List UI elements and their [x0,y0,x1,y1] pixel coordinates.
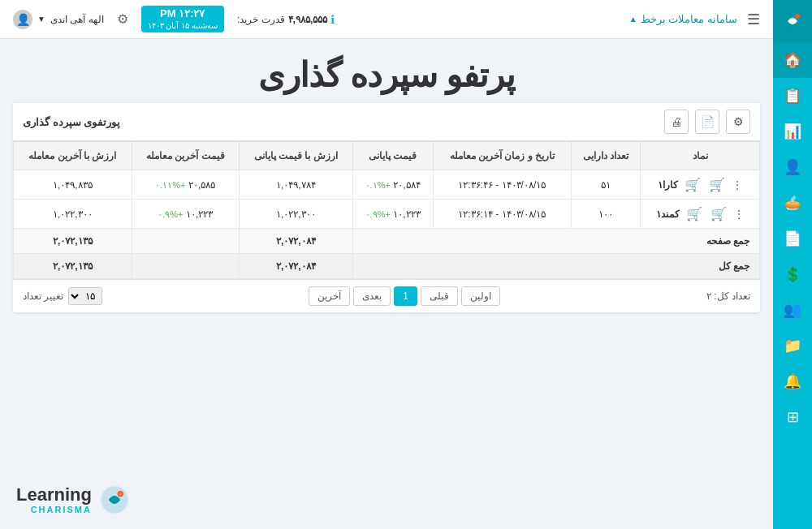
last-page-btn[interactable]: آخرین [309,286,350,306]
cell-final-price: ۱۰,۲۲۳ +۰.۹% [352,200,433,229]
main-content: ☰ سامانه معاملات برخط ▲ ℹ ۴,۹۸۵,۵۵۵ قدرت… [0,0,773,529]
col-final-price: قیمت پایانی [352,142,433,170]
prev-page-btn[interactable]: قبلی [421,286,458,306]
sidebar-bell-icon[interactable]: 🔔 [773,363,812,399]
cell-datetime: ۱۴۰۳/۰۸/۱۵ - ۱۲:۳۶:۴۶ [433,170,571,200]
final-change: +۰.۹% [365,209,391,219]
datetime-box: PM ۱۲:۲۷ سه‌شنبه ۱۵ آبان ۱۴۰۳ [141,6,224,33]
cart-sell-icon[interactable]: 🛒 [709,177,725,192]
credit-info: ℹ ۴,۹۸۵,۵۵۵ قدرت خرید: [237,13,335,26]
grand-total-last-price [132,254,239,279]
next-page-btn[interactable]: بعدی [353,286,391,306]
page-total-last: ۲,۰۷۲,۱۳۵ [14,229,132,254]
sidebar-chart-icon[interactable]: 📊 [773,114,812,149]
sidebar-logo [773,0,812,42]
cart-sell-icon[interactable]: 🛒 [710,206,727,221]
grand-total-final: ۲,۰۷۲,۰۸۴ [239,254,352,279]
sidebar-folder-icon[interactable]: 📁 [773,328,812,363]
first-page-btn[interactable]: اولین [461,286,500,306]
cell-count: ۱۰۰ [571,200,640,229]
per-page-label: تغییر تعداد [23,290,63,302]
print-btn[interactable]: 🖨 [664,110,689,134]
last-change: +۰.۹% [158,209,183,219]
cell-last-price: ۱۰,۲۲۳ +۰.۹% [132,200,239,229]
bottom-brand: Learning CHARISMA [16,484,131,516]
svg-point-1 [795,14,800,19]
per-page-selector: ۱۵ ۳۰ ۵۰ تغییر تعداد [23,287,102,305]
col-last-price: قیمت آخرین معامله [132,142,239,170]
pagination-area: تعداد کل: ۲ اولین قبلی 1 بعدی آخرین ۱۵ ۳… [13,279,760,312]
content-area: ⚙ 📄 🖨 پورتفوی سپرده گذاری نماد تعداد دار… [13,103,760,312]
datetime-inner: PM ۱۲:۲۷ سه‌شنبه ۱۵ آبان ۱۴۰۳ [148,7,218,32]
per-page-select[interactable]: ۱۵ ۳۰ ۵۰ [68,287,102,305]
export-btn[interactable]: 📄 [695,110,719,134]
chevron-icon: ▲ [629,15,637,24]
page-total-last-price [132,229,239,254]
brand-text: Learning CHARISMA [16,485,92,514]
brand-charisma: CHARISMA [16,505,92,514]
stock-name: کارا۱ [658,179,678,191]
page-1-btn[interactable]: 1 [394,286,417,306]
grand-total-row: جمع کل ۲,۰۷۲,۰۸۴ ۲,۰۷۲,۱۳۵ [14,254,760,279]
table-row: ⋮ 🛒 🛒 کمند۱ ۱۰۰ ۱۴۰۳/۰۸/۱۵ - ۱۲:۳۶:۱۴ ۱۰… [14,200,760,229]
col-datetime: تاریخ و زمان آخرین معامله [433,142,571,170]
sidebar-home-icon[interactable]: 🏠 [773,42,812,78]
stock-name: کمند۱ [656,209,680,220]
cart-buy-icon[interactable]: 🛒 [686,206,702,221]
info-icon: ℹ [330,13,335,26]
table-header-row: نماد تعداد دارایی تاریخ و زمان آخرین معا… [14,142,760,170]
toolbar: ⚙ 📄 🖨 پورتفوی سپرده گذاری [13,103,760,141]
cell-final-value: ۱,۰۴۹,۷۸۴ [239,170,352,200]
user-avatar: 👤 [13,10,32,29]
portfolio-table: نماد تعداد دارایی تاریخ و زمان آخرین معا… [13,141,760,279]
final-change: +۰.۱% [365,180,391,190]
cell-count: ۵۱ [571,170,640,200]
sidebar: 🏠 📋 📊 👤 🥧 📄 💲 👥 📁 🔔 ⊞ [773,0,812,529]
brand-learning: Learning [16,485,92,505]
sidebar-list-icon[interactable]: 📋 [773,78,812,114]
toolbar-left: ⚙ 📄 🖨 [664,110,750,134]
sidebar-grid-icon[interactable]: ⊞ [773,399,812,435]
page-title: پرتفو سپرده گذاری [0,55,773,95]
cell-last-value: ۱,۰۲۲,۳۰۰ [14,200,132,229]
pagination-controls: اولین قبلی 1 بعدی آخرین [309,286,500,306]
page-total-final: ۲,۰۷۲,۰۸۴ [239,229,352,254]
col-last-value: ارزش با آخرین معامله [14,142,132,170]
time-display: PM ۱۲:۲۷ [160,7,205,21]
sidebar-users-icon[interactable]: 👥 [773,292,812,328]
col-final-value: ارزش با قیمت پایانی [239,142,352,170]
cell-datetime: ۱۴۰۳/۰۸/۱۵ - ۱۲:۳۶:۱۴ [433,200,571,229]
filter-btn[interactable]: ⚙ [726,110,750,134]
hamburger-icon[interactable]: ☰ [747,11,760,28]
top-header: ☰ سامانه معاملات برخط ▲ ℹ ۴,۹۸۵,۵۵۵ قدرت… [0,0,773,39]
sidebar-pie-icon[interactable]: 🥧 [773,185,812,221]
cell-last-value: ۱,۰۴۹,۸۳۵ [14,170,132,200]
col-name: نماد [641,142,760,170]
page-title-section: پرتفو سپرده گذاری [0,39,773,103]
cell-final-price: ۲۰,۵۸۴ +۰.۱% [352,170,433,200]
row-menu-icon[interactable]: ⋮ [732,178,743,191]
header-left: ℹ ۴,۹۸۵,۵۵۵ قدرت خرید: PM ۱۲:۲۷ سه‌شنبه … [13,6,335,33]
cart-buy-icon[interactable]: 🛒 [685,177,701,192]
sidebar-dollar-icon[interactable]: 💲 [773,256,812,292]
user-info: الهه آهی اندی ▼ 👤 [13,10,104,29]
settings-icon[interactable]: ⚙ [117,11,128,27]
col-count: تعداد دارایی [571,142,640,170]
cell-name: ⋮ 🛒 🛒 کمند۱ [641,200,760,229]
chevron-down-icon[interactable]: ▼ [37,15,45,24]
sidebar-user-icon[interactable]: 👤 [773,149,812,185]
brand-logo-icon [98,484,131,516]
section-title: پورتفوی سپرده گذاری [23,116,120,128]
last-change: +۰.۱۱% [155,180,185,190]
grand-total-last: ۲,۰۷۲,۱۳۵ [14,254,132,279]
date-display: سه‌شنبه ۱۵ آبان ۱۴۰۳ [148,20,218,31]
cell-last-price: ۲۰,۵۸۵ +۰.۱۱% [132,170,239,200]
sidebar-doc-icon[interactable]: 📄 [773,221,812,256]
row-menu-icon[interactable]: ⋮ [733,208,745,221]
cell-name: ⋮ 🛒 🛒 کارا۱ [641,170,760,200]
table-row: ⋮ 🛒 🛒 کارا۱ ۵۱ ۱۴۰۳/۰۸/۱۵ - ۱۲:۳۶:۴۶ ۲۰,… [14,170,760,200]
table-container: نماد تعداد دارایی تاریخ و زمان آخرین معا… [13,141,760,279]
page-total-label: جمع صفحه [352,229,759,254]
svg-point-5 [119,492,122,496]
nav-label[interactable]: سامانه معاملات برخط ▲ [629,13,737,25]
